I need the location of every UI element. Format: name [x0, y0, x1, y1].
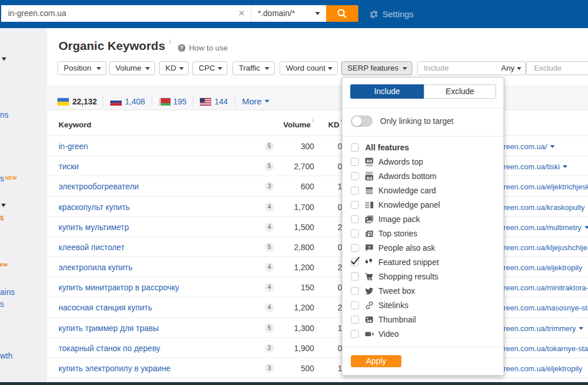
svg-text:Ad: Ad [366, 176, 372, 181]
svg-text:?: ? [368, 245, 371, 250]
svg-text:Ad: Ad [366, 158, 372, 164]
